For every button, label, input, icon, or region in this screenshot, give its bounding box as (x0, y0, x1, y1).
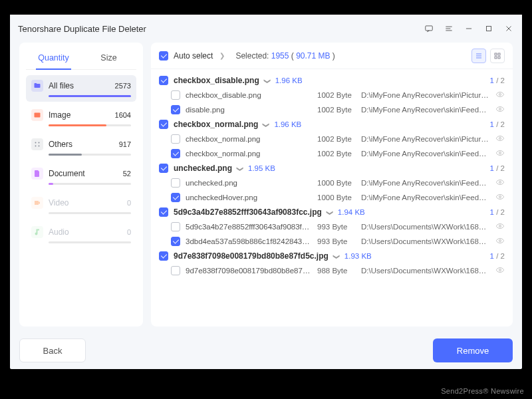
tab-quantity[interactable]: Quantity (26, 49, 81, 69)
file-name: checkbox_normal.png (186, 135, 312, 143)
group-count: 1 / 2 (490, 76, 505, 84)
group-checkbox[interactable] (159, 120, 168, 129)
file-checkbox[interactable] (171, 222, 180, 231)
file-size: 1000 Byte (317, 194, 356, 201)
svg-rect-8 (498, 53, 500, 55)
svg-point-14 (499, 152, 501, 154)
file-path: D:\Users\Documents\WXWork\1688854 (361, 267, 490, 275)
svg-rect-1 (487, 27, 491, 31)
group-name: 9d7e838f7098e008179bd80b8e87fd5c.jpg (174, 251, 329, 261)
menu-icon[interactable] (444, 23, 454, 34)
file-path: D:\iMyFone AnyRecover\skin\FeedbackRes\s… (361, 150, 490, 158)
eye-icon[interactable] (495, 134, 505, 144)
svg-point-17 (499, 225, 501, 227)
file-size: 1002 Byte (317, 91, 356, 99)
group-checkbox[interactable] (159, 207, 168, 217)
category-others[interactable]: Others 917 (26, 134, 136, 160)
file-path: D:\iMyFone AnyRecover\skin\PictureNo... (361, 135, 490, 143)
group-name: checkbox_disable.png (174, 76, 259, 85)
group-header: checkbox_disable.png ❯ 1.96 KB 1 / 2 (151, 73, 513, 88)
eye-icon[interactable] (495, 192, 505, 203)
group-header: checkbox_normal.png ❯ 1.96 KB 1 / 2 (151, 117, 513, 132)
category-label: All files (49, 81, 74, 90)
chevron-right-icon[interactable]: ❯ (219, 52, 225, 59)
file-checkbox[interactable] (171, 90, 180, 100)
group-name: checkbox_normal.png (174, 120, 258, 129)
eye-icon[interactable] (495, 178, 505, 188)
file-name: checkbox_normal.png (186, 150, 312, 158)
credit-text: Send2Press® Newswire (441, 387, 524, 395)
category-count: 0 (127, 199, 131, 207)
folder-icon (31, 80, 43, 92)
svg-point-15 (499, 182, 501, 184)
file-checkbox[interactable] (171, 178, 180, 188)
group-checkbox[interactable] (159, 251, 168, 261)
category-count: 2573 (115, 82, 131, 90)
file-name: disable.png (186, 106, 312, 114)
group-checkbox[interactable] (159, 76, 168, 85)
file-checkbox[interactable] (171, 105, 180, 114)
file-checkbox[interactable] (171, 237, 180, 246)
file-row: checkbox_normal.png 1002 Byte D:\iMyFone… (151, 132, 513, 146)
eye-icon[interactable] (495, 236, 505, 247)
category-label: Audio (49, 227, 69, 237)
file-checkbox[interactable] (171, 134, 180, 144)
file-size: 993 Byte (317, 237, 356, 245)
svg-point-11 (499, 94, 501, 96)
file-path: D:\Users\Documents\WXWork\1688854... (361, 237, 490, 245)
doc-icon (31, 168, 43, 180)
category-image[interactable]: Image 1604 (26, 104, 136, 131)
file-path: D:\iMyFone AnyRecover\skin\FeedbackRes\s… (361, 194, 490, 201)
chevron-down-icon[interactable]: ❯ (263, 122, 270, 127)
file-size: 993 Byte (317, 223, 356, 231)
file-size: 1002 Byte (317, 106, 356, 114)
category-document[interactable]: Document 52 (26, 163, 136, 190)
eye-icon[interactable] (495, 90, 505, 100)
view-list-button[interactable] (471, 49, 486, 63)
others-icon (31, 138, 43, 150)
eye-icon[interactable] (495, 104, 505, 115)
remove-button[interactable]: Remove (433, 338, 513, 362)
file-checkbox[interactable] (171, 193, 180, 202)
category-label: Others (49, 140, 72, 149)
category-count: 917 (119, 140, 131, 148)
eye-icon[interactable] (495, 221, 505, 232)
file-checkbox[interactable] (171, 266, 180, 275)
file-name: checkbox_disable.png (186, 91, 312, 99)
group-checkbox[interactable] (159, 164, 168, 173)
close-icon[interactable] (503, 23, 514, 34)
maximize-icon[interactable] (483, 23, 494, 34)
category-all-files[interactable]: All files 2573 (26, 75, 136, 102)
view-grid-button[interactable] (490, 49, 505, 63)
svg-point-19 (499, 269, 501, 271)
file-path: D:\Users\Documents\WXWork\1688854... (361, 223, 490, 231)
eye-icon[interactable] (495, 148, 505, 159)
titlebar: Tenorshare Duplicate File Deleter (10, 15, 522, 43)
group-size: 1.94 KB (338, 208, 365, 216)
auto-select-checkbox[interactable] (159, 51, 168, 61)
svg-rect-7 (495, 53, 497, 55)
back-button[interactable]: Back (19, 338, 86, 362)
group-count: 1 / 2 (490, 208, 505, 216)
category-video[interactable]: Video 0 (26, 192, 136, 219)
group-header: 5d9c3a4b27e8852fff30643af9083fcc.jpg ❯ 1… (151, 205, 513, 219)
category-count: 1604 (115, 111, 131, 119)
eye-icon[interactable] (495, 265, 505, 276)
svg-rect-0 (426, 26, 433, 31)
file-size: 1000 Byte (317, 179, 356, 187)
file-row: 5d9c3a4b27e8852fff30643af9083fcc.jpg 993… (151, 219, 513, 234)
image-icon (31, 109, 43, 121)
file-size: 988 Byte (317, 267, 356, 275)
category-audio[interactable]: Audio 0 (26, 221, 136, 248)
group-name: unchecked.png (174, 164, 232, 173)
file-name: 9d7e838f7098e008179bd80b8e87fd5c.jpg (186, 267, 312, 275)
feedback-icon[interactable] (424, 23, 434, 34)
chevron-down-icon[interactable]: ❯ (332, 253, 340, 259)
chevron-down-icon[interactable]: ❯ (237, 166, 244, 171)
tab-size[interactable]: Size (81, 49, 136, 69)
category-label: Image (49, 110, 70, 120)
chevron-down-icon[interactable]: ❯ (326, 209, 333, 215)
chevron-down-icon[interactable]: ❯ (263, 78, 271, 83)
minimize-icon[interactable] (464, 23, 474, 34)
file-checkbox[interactable] (171, 149, 180, 158)
